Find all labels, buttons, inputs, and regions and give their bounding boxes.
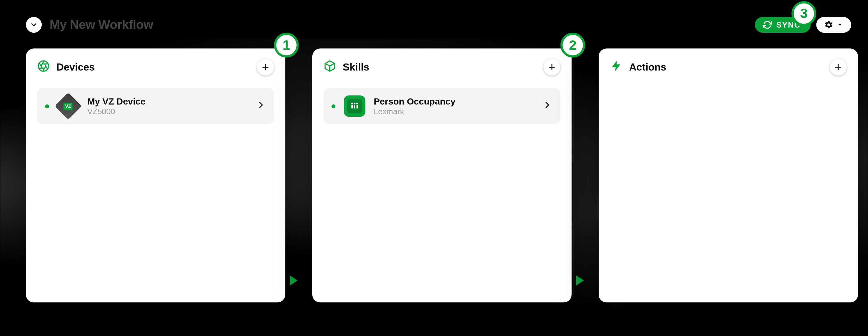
- add-device-button[interactable]: [257, 59, 274, 76]
- svg-point-13: [353, 103, 355, 104]
- skill-icon: [343, 95, 366, 117]
- workflow-title: My New Workflow: [50, 18, 153, 32]
- skills-title: Skills: [343, 61, 369, 73]
- step-badge-1: 1: [274, 33, 299, 57]
- bolt-icon: [610, 60, 622, 75]
- aperture-icon: [37, 60, 50, 75]
- skill-item-title: Person Occupancy: [374, 96, 534, 107]
- add-skill-button[interactable]: [544, 59, 560, 76]
- collapse-toggle[interactable]: [26, 17, 42, 33]
- skill-item[interactable]: Person Occupancy Lexmark: [323, 88, 560, 124]
- devices-card: Devices VZ My VZ Device VZ5000: [26, 49, 285, 302]
- plus-icon: [547, 62, 556, 72]
- cube-icon: [323, 60, 336, 75]
- workflow-header: My New Workflow SYNC 3: [26, 17, 851, 33]
- actions-title: Actions: [629, 61, 666, 73]
- status-dot: [332, 104, 335, 108]
- step-badge-2: 2: [560, 33, 585, 57]
- chevron-right-icon: [542, 100, 553, 113]
- add-action-button[interactable]: [830, 59, 847, 76]
- svg-rect-17: [356, 105, 358, 109]
- status-dot: [45, 104, 49, 108]
- step-badge-3: 3: [792, 1, 816, 26]
- plus-icon: [261, 62, 270, 72]
- device-icon: VZ: [57, 95, 80, 117]
- gear-icon: [824, 20, 833, 29]
- plus-icon: [834, 62, 843, 72]
- device-item-title: My VZ Device: [88, 96, 248, 107]
- svg-rect-15: [351, 105, 353, 109]
- skills-card: Skills Person Occupancy Lexmark: [312, 49, 572, 302]
- devices-title: Devices: [56, 61, 95, 73]
- chevron-down-icon: [30, 21, 38, 29]
- actions-card: Actions: [599, 49, 858, 302]
- caret-down-icon: [837, 22, 843, 28]
- settings-button[interactable]: [816, 17, 851, 33]
- svg-rect-16: [354, 105, 355, 109]
- svg-point-12: [351, 103, 353, 104]
- device-item[interactable]: VZ My VZ Device VZ5000: [37, 88, 274, 124]
- skill-item-subtitle: Lexmark: [374, 107, 534, 116]
- svg-point-14: [356, 103, 358, 104]
- chevron-right-icon: [256, 100, 266, 113]
- device-item-subtitle: VZ5000: [88, 107, 248, 116]
- sync-icon: [763, 20, 772, 29]
